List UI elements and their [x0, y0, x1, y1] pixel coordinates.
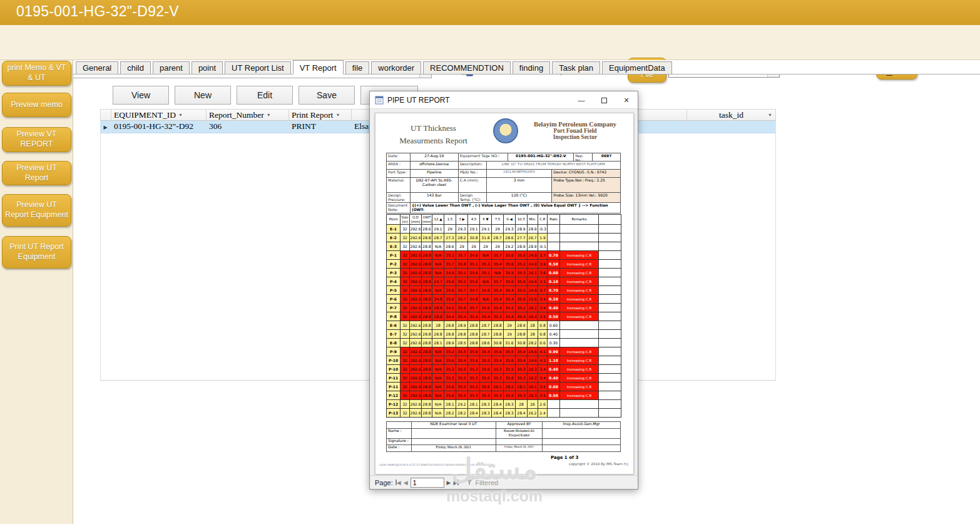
sidebar: print Memo & VT & UTPreview memoPreview … [0, 60, 73, 524]
filter-indicator[interactable]: Filtered [466, 479, 498, 486]
ut-cell: 35.6 [444, 356, 456, 365]
tab-child[interactable]: child [120, 61, 151, 74]
tab-equipmentdata[interactable]: EquipmentData [602, 61, 672, 74]
ut-cell: 35.4 [516, 312, 528, 321]
row-cell-2[interactable]: PRINT [289, 121, 352, 133]
ut-cell: 35.2 [456, 277, 468, 286]
info-temp-label: Design Temp. (°C): [459, 193, 487, 203]
ut-cell: 28.7 [492, 234, 504, 242]
sidebar-button-print-memo-vt-ut[interactable]: print Memo & VT & UT [2, 61, 71, 86]
tab-general[interactable]: General [76, 61, 118, 74]
ut-cell: 35.6 [504, 356, 516, 365]
ut-cell: 35.8 [456, 260, 468, 269]
tab-task-plan[interactable]: Task plan [552, 61, 600, 74]
filter-arrow-icon[interactable]: ▼ [267, 113, 271, 118]
ut-cell: 34.2 [444, 304, 456, 312]
edit-button[interactable]: Edit [237, 86, 293, 105]
ut-cell: 29 [492, 242, 504, 251]
ut-cell: 35.3 [516, 391, 528, 400]
first-page-button[interactable]: ◀ [396, 480, 401, 486]
column-header-print report[interactable]: Print Report▼ [289, 109, 352, 121]
maximize-button[interactable] [593, 91, 615, 109]
ut-cell: Increasing C.R [560, 312, 599, 321]
filter-arrow-icon[interactable]: ▼ [768, 113, 772, 118]
column-header-report_number[interactable]: Report_Number▼ [207, 109, 289, 121]
tab-file[interactable]: file [345, 61, 370, 74]
funnel-icon [466, 480, 472, 486]
ut-cell: 29.2 [504, 242, 516, 251]
ut-cell: 28.2 [504, 383, 516, 391]
ut-cell: 26 [528, 400, 538, 409]
ut-cell: 26.7 [528, 234, 538, 242]
ut-cell: 35.4 [516, 356, 528, 365]
window-title: 0195-001-HG-32"-D92-V [16, 3, 179, 20]
ut-cell: 292.6 [410, 356, 422, 365]
minimize-button[interactable]: — [570, 91, 593, 109]
sidebar-button-print-ut-report-equipment[interactable]: Print UT Report Equipment [2, 236, 71, 269]
row-cell-1[interactable]: 306 [207, 121, 289, 133]
ut-cell: 35.4 [504, 295, 516, 304]
view-button[interactable]: View [113, 86, 169, 105]
tab-finding[interactable]: finding [513, 61, 550, 74]
tab-point[interactable]: point [191, 61, 223, 74]
ut-cell: 29.1 [432, 225, 444, 234]
last-page-button[interactable]: ▶ [454, 480, 459, 486]
ut-cell: 292.6 [410, 269, 422, 277]
row-cell-0[interactable]: 0195-001-HG-32"-D92 [111, 121, 207, 133]
ut-cell: 35.3 [444, 365, 456, 374]
next-page-button[interactable]: ▶ [447, 480, 451, 486]
sidebar-button-preview-memo[interactable]: Preview memo [2, 93, 71, 117]
dialog-close-button[interactable]: ✕ [615, 91, 638, 109]
column-header-task_id[interactable]: task_id▼ [687, 109, 776, 121]
previous-page-button[interactable]: ◀ [404, 480, 408, 486]
save-button[interactable]: Save [299, 86, 355, 105]
ut-cell: N/A [480, 277, 492, 286]
ut-cell [599, 312, 621, 321]
ut-cell: 35.6 [456, 304, 468, 312]
tab-ut-report-list[interactable]: UT Report List [225, 61, 291, 74]
page-number-input[interactable] [411, 478, 444, 488]
ut-cell [560, 242, 599, 251]
ut-cell: 28.4 [492, 409, 504, 418]
tab-recommendtion[interactable]: RECOMMENDTION [423, 61, 511, 74]
tab-vt-report[interactable]: VT Report [293, 60, 344, 74]
sidebar-button-preview-ut-report-equipment[interactable]: Preview UT Report Equipment [2, 194, 71, 227]
ut-cell: 28.8 [492, 321, 504, 330]
record-selector[interactable]: ▶ [100, 121, 111, 133]
sidebar-button-preview-vt-report[interactable]: Preview VT REPORT [2, 127, 71, 152]
ut-header-cell: 1.5 [444, 215, 456, 225]
ut-cell: 35.6 [468, 269, 480, 277]
ut-cell: 35.6 [504, 251, 516, 260]
ut-cell: 292.6 [410, 339, 422, 347]
ut-cell: 4.1 [538, 356, 548, 365]
new-button[interactable]: New [175, 86, 231, 105]
ut-cell: 29 [468, 242, 480, 251]
ut-cell: 292.6 [410, 321, 422, 330]
ut-cell: 2.6 [538, 400, 548, 409]
row-cell-4[interactable] [687, 121, 776, 133]
ut-cell: 28 [528, 330, 538, 339]
ut-cell: 0.60 [548, 383, 560, 391]
ut-cell: 28.9 [516, 321, 528, 330]
ut-cell [599, 295, 621, 304]
report-info-table: Date: 27-Aug-19 Equipment Tage NO.: 0195… [386, 153, 621, 213]
ut-cell: Increasing C.R [560, 356, 599, 365]
ut-point-cell: P-12 [387, 391, 401, 400]
filter-arrow-icon[interactable]: ▼ [335, 113, 340, 118]
column-header-equipment_id[interactable]: EQUIPMENT_ID▼ [111, 109, 207, 121]
ut-cell: 28.9 [456, 321, 468, 330]
ut-cell: 35.3 [480, 391, 492, 400]
ut-cell: 28.5 [456, 339, 468, 347]
ut-cell: 35.3 [516, 374, 528, 383]
ut-cell [599, 286, 621, 295]
sidebar-button-preview-ut-report[interactable]: Preview UT Report [2, 161, 71, 185]
select-all-header[interactable] [100, 109, 111, 121]
dialog-titlebar[interactable]: PIPE UT REPORT — ✕ [370, 91, 638, 109]
ut-cell: 3.4 [538, 365, 548, 374]
ut-cell: 32 [401, 409, 410, 418]
ut-cell: 1.9 [538, 234, 548, 242]
ut-header-cell: Min. [528, 215, 538, 225]
filter-arrow-icon[interactable]: ▼ [178, 113, 183, 118]
tab-workorder[interactable]: workorder [371, 61, 421, 74]
tab-parent[interactable]: parent [153, 61, 190, 74]
